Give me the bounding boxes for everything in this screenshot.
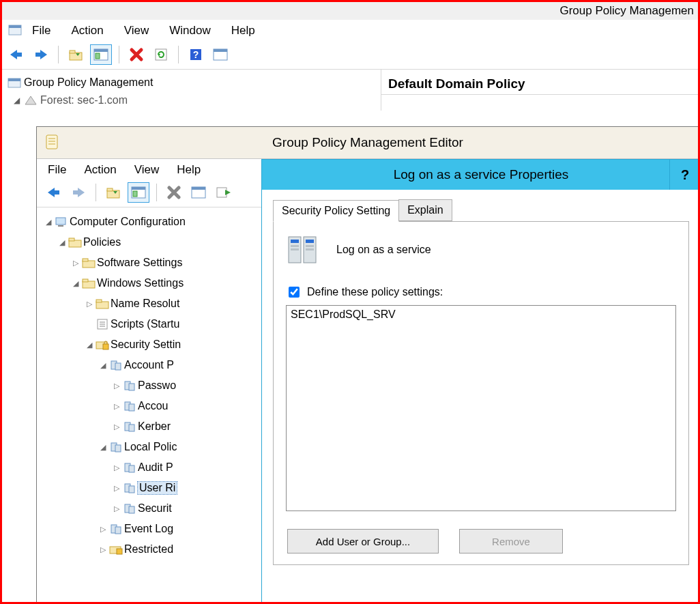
refresh-button[interactable] [151,45,171,64]
tree-security-settings[interactable]: Security Settin [111,339,181,351]
gpme-show-hide-tree-button[interactable] [128,182,149,203]
tree-name-resolution[interactable]: Name Resolut [111,298,179,310]
tree-kerberos[interactable]: Kerber [138,420,171,433]
tree-user-rights[interactable]: User Ri [138,482,177,494]
policy-node-icon [108,359,124,371]
gpme-menu-file[interactable]: File [48,163,66,177]
expand-toggle[interactable]: ▷ [112,463,121,472]
expand-toggle[interactable]: ◢ [12,96,21,105]
gpme-forward-button[interactable] [68,183,89,202]
tree-scripts[interactable]: Scripts (Startu [111,318,179,330]
accounts-listbox[interactable]: SEC1\ProdSQL_SRV [286,305,676,511]
svg-rect-62 [129,425,134,431]
gpme-menu-help[interactable]: Help [177,163,201,177]
tree-audit-policy[interactable]: Audit P [138,461,173,474]
dialog-titlebar[interactable]: Log on as a service Properties ? [262,160,700,190]
svg-rect-10 [94,49,108,52]
expand-toggle[interactable]: ▷ [112,402,121,411]
expand-toggle[interactable]: ▷ [112,484,121,493]
tree-windows-settings[interactable]: Windows Settings [97,277,184,289]
help-button[interactable]: ? [186,45,206,64]
expand-toggle[interactable]: ▷ [112,422,121,431]
svg-rect-82 [306,248,314,250]
dialog-help-button[interactable]: ? [669,160,700,190]
expand-toggle[interactable]: ◢ [98,361,108,370]
define-settings-checkbox[interactable] [289,287,300,298]
gpme-up-folder-button[interactable] [103,183,123,202]
tree-computer-configuration[interactable]: Computer Configuration [70,216,186,228]
gpm-tree-root[interactable]: Group Policy Management [24,76,153,89]
expand-toggle[interactable]: ◢ [71,279,81,288]
show-hide-tree-button[interactable] [90,44,112,65]
gpm-tree-pane: Group Policy Management ◢ Forest: sec-1.… [2,70,381,111]
svg-rect-54 [103,344,108,349]
gpme-export-button[interactable] [213,183,233,202]
svg-marker-4 [40,50,47,59]
gpm-console-icon [8,76,21,89]
svg-rect-40 [58,225,63,227]
properties-button[interactable] [210,45,231,64]
policy-node-icon [121,502,138,515]
gpme-menu-view[interactable]: View [134,163,160,177]
gpm-menu-file[interactable]: File [32,24,50,38]
gpm-menu-action[interactable]: Action [71,24,103,38]
svg-rect-66 [129,465,134,472]
policy-node-icon [121,420,138,433]
tree-account-policies[interactable]: Account P [124,359,174,371]
expand-toggle[interactable]: ▷ [98,545,108,554]
back-button[interactable] [6,45,27,64]
gpme-tree-pane[interactable]: ◢Computer Configuration ◢Policies ▷Softw… [37,207,252,560]
servers-icon [286,233,324,267]
svg-rect-81 [291,248,299,250]
tab-security-policy-setting[interactable]: Security Policy Setting [273,200,399,222]
gpm-tree-forest[interactable]: Forest: sec-1.com [40,94,128,106]
remove-button: Remove [459,529,563,553]
gpm-menu-view[interactable]: View [124,24,149,38]
tree-password-policy[interactable]: Passwo [138,379,176,392]
expand-toggle[interactable]: ▷ [98,525,108,534]
forward-button[interactable] [31,45,51,64]
svg-text:?: ? [193,49,199,60]
gpme-system-icon [44,133,60,152]
tree-local-policies[interactable]: Local Polic [124,441,177,453]
svg-rect-34 [133,191,137,197]
gpme-back-button[interactable] [44,183,64,202]
svg-rect-58 [129,384,134,390]
tree-software-settings[interactable]: Software Settings [97,257,182,269]
delete-button[interactable] [126,45,147,64]
tab-explain[interactable]: Explain [398,199,452,221]
svg-rect-74 [117,549,122,554]
expand-toggle[interactable]: ◢ [85,341,94,349]
tree-account-lockout[interactable]: Accou [138,400,168,412]
properties-dialog: Log on as a service Properties ? Securit… [261,159,700,604]
tree-restricted[interactable]: Restricted [124,543,173,556]
gpme-menu-action[interactable]: Action [84,163,116,177]
gpme-delete-button[interactable] [164,183,184,202]
expand-toggle[interactable]: ▷ [85,300,94,308]
gpm-menu-window[interactable]: Window [169,24,210,38]
expand-toggle[interactable]: ◢ [44,218,53,227]
up-folder-button[interactable] [65,45,86,64]
gpme-properties-button[interactable] [188,183,209,202]
add-user-or-group-button[interactable]: Add User or Group... [287,529,439,553]
folder-icon [94,298,111,309]
security-settings-icon [94,339,111,351]
list-item[interactable]: SEC1\ProdSQL_SRV [291,308,671,321]
gpm-window-title: Group Policy Managemen [559,4,694,18]
expand-toggle[interactable]: ▷ [71,259,81,268]
gpme-window-title: Group Policy Management Editor [272,135,463,150]
svg-rect-3 [16,53,22,57]
expand-toggle[interactable]: ◢ [98,443,108,452]
policy-node-icon [121,461,138,474]
svg-marker-2 [10,50,17,59]
gpm-menu-help[interactable]: Help [231,24,255,38]
tree-policies[interactable]: Policies [83,236,121,248]
expand-toggle[interactable]: ◢ [57,238,67,247]
svg-rect-26 [54,190,59,195]
tree-security-options[interactable]: Securit [138,502,172,515]
tree-event-log[interactable]: Event Log [124,523,173,535]
expand-toggle[interactable]: ▷ [112,504,121,513]
expand-toggle[interactable]: ▷ [112,382,121,390]
svg-rect-79 [291,245,299,247]
restricted-groups-icon [108,543,124,556]
